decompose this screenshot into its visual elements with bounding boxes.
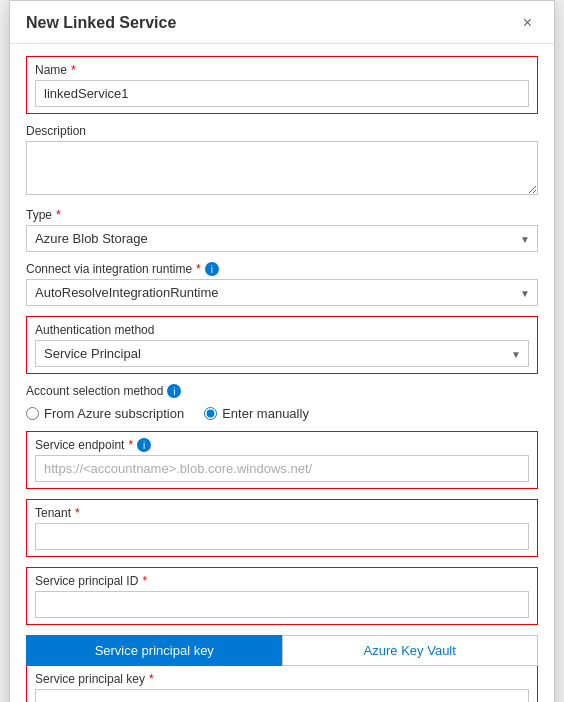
service-principal-key-field-group: Service principal key *	[26, 666, 538, 702]
auth-select[interactable]: Service Principal	[35, 340, 529, 367]
tenant-input[interactable]	[35, 523, 529, 550]
radio-azure-input[interactable]	[26, 407, 39, 420]
runtime-required-marker: *	[196, 262, 201, 276]
account-method-radio-group: From Azure subscription Enter manually	[26, 406, 538, 421]
name-input[interactable]	[35, 80, 529, 107]
runtime-select-wrapper: AutoResolveIntegrationRuntime ▼	[26, 279, 538, 306]
account-method-field-group: Account selection method i From Azure su…	[26, 384, 538, 421]
name-label: Name *	[35, 63, 529, 77]
service-principal-id-required-marker: *	[142, 574, 147, 588]
service-endpoint-field-group: Service endpoint * i	[26, 431, 538, 489]
dialog-body: Name * Description Type * Azure Blob Sto…	[10, 44, 554, 702]
radio-enter-manually[interactable]: Enter manually	[204, 406, 309, 421]
type-select[interactable]: Azure Blob Storage	[26, 225, 538, 252]
description-label: Description	[26, 124, 538, 138]
tab-azure-key-vault[interactable]: Azure Key Vault	[282, 635, 539, 666]
auth-select-wrapper: Service Principal ▼	[35, 340, 529, 367]
service-endpoint-input[interactable]	[35, 455, 529, 482]
auth-label: Authentication method	[35, 323, 529, 337]
account-method-label: Account selection method i	[26, 384, 181, 398]
name-field-group: Name *	[26, 56, 538, 114]
service-endpoint-info-icon[interactable]: i	[137, 438, 151, 452]
description-field-group: Description	[26, 124, 538, 198]
tab-service-principal-key[interactable]: Service principal key	[26, 635, 282, 666]
service-principal-id-input[interactable]	[35, 591, 529, 618]
runtime-field-group: Connect via integration runtime * i Auto…	[26, 262, 538, 306]
close-button[interactable]: ×	[517, 13, 538, 33]
new-linked-service-dialog: New Linked Service × Name * Description …	[9, 0, 555, 702]
name-required-marker: *	[71, 63, 76, 77]
account-method-info-icon[interactable]: i	[167, 384, 181, 398]
tenant-field-group: Tenant *	[26, 499, 538, 557]
type-required-marker: *	[56, 208, 61, 222]
runtime-select[interactable]: AutoResolveIntegrationRuntime	[26, 279, 538, 306]
type-label: Type *	[26, 208, 538, 222]
dialog-title: New Linked Service	[26, 14, 176, 32]
service-endpoint-label: Service endpoint * i	[35, 438, 529, 452]
key-tab-group: Service principal key Azure Key Vault	[26, 635, 538, 666]
service-principal-key-input[interactable]	[35, 689, 529, 702]
dialog-header: New Linked Service ×	[10, 1, 554, 44]
service-principal-key-required-marker: *	[149, 672, 154, 686]
radio-azure-subscription[interactable]: From Azure subscription	[26, 406, 184, 421]
description-input[interactable]	[26, 141, 538, 195]
runtime-label: Connect via integration runtime * i	[26, 262, 538, 276]
type-field-group: Type * Azure Blob Storage ▼	[26, 208, 538, 252]
tenant-required-marker: *	[75, 506, 80, 520]
service-principal-id-label: Service principal ID *	[35, 574, 529, 588]
radio-manual-input[interactable]	[204, 407, 217, 420]
service-principal-id-field-group: Service principal ID *	[26, 567, 538, 625]
auth-field-group: Authentication method Service Principal …	[26, 316, 538, 374]
account-method-row: Account selection method i	[26, 384, 538, 398]
service-principal-key-label: Service principal key *	[35, 672, 529, 686]
tenant-label: Tenant *	[35, 506, 529, 520]
runtime-info-icon[interactable]: i	[205, 262, 219, 276]
service-endpoint-required-marker: *	[128, 438, 133, 452]
type-select-wrapper: Azure Blob Storage ▼	[26, 225, 538, 252]
